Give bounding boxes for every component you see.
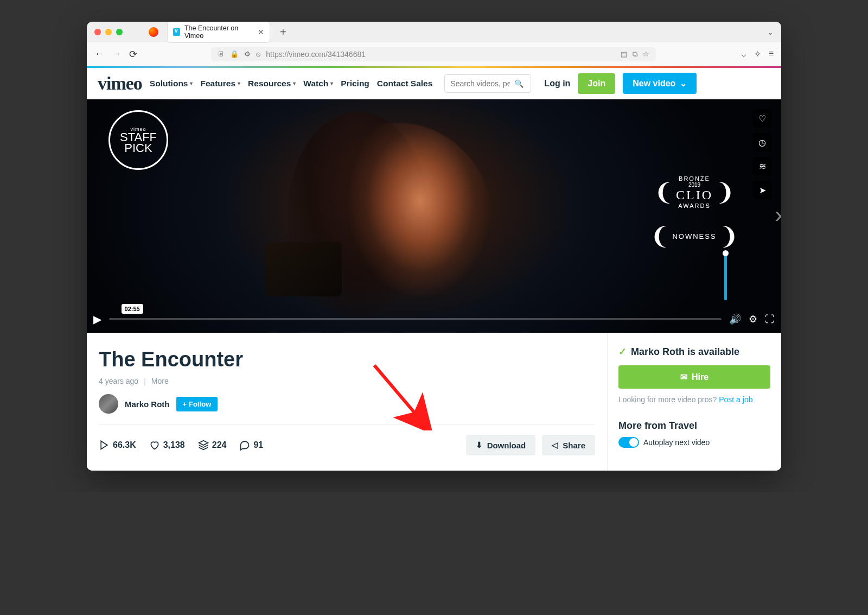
video-age: 4 years ago <box>99 377 138 385</box>
watch-later-button[interactable]: ◷ <box>753 133 771 151</box>
join-button[interactable]: Join <box>578 73 615 94</box>
login-link[interactable]: Log in <box>544 79 570 88</box>
looking-text: Looking for more video pros? Post a job <box>618 395 770 404</box>
nav-features[interactable]: Features▾ <box>200 79 240 88</box>
volume-icon[interactable]: 🔊 <box>729 313 741 325</box>
browser-tab[interactable]: The Encounter on Vimeo ✕ <box>167 22 270 43</box>
new-video-button[interactable]: New video⌄ <box>623 73 697 94</box>
shield-icon: ⛨ <box>218 50 225 58</box>
permissions-icon: ⚙ <box>244 50 251 58</box>
volume-slider[interactable] <box>724 251 727 300</box>
new-tab-button[interactable]: + <box>280 26 286 39</box>
tab-title: The Encounter on Vimeo <box>184 24 253 40</box>
fullscreen-icon[interactable]: ⛶ <box>765 314 775 325</box>
reload-button[interactable]: ⟳ <box>129 48 137 60</box>
sidebar: ✓Marko Roth is available ✉Hire Looking f… <box>608 333 781 471</box>
player-controls: ▶ 02:55 🔊 ⚙ ⛶ <box>87 306 781 333</box>
close-window-button[interactable] <box>94 29 101 35</box>
app-menu-icon[interactable]: ≡ <box>769 49 774 59</box>
vimeo-favicon <box>173 28 180 36</box>
comments-stat[interactable]: 91 <box>239 440 263 451</box>
progress-bar[interactable]: 02:55 <box>109 318 722 320</box>
follow-button[interactable]: +Follow <box>176 397 218 411</box>
pip-icon[interactable]: ⧉ <box>633 50 637 59</box>
reader-mode-icon[interactable]: ▤ <box>621 50 627 58</box>
minimize-window-button[interactable] <box>105 29 112 35</box>
hire-button[interactable]: ✉Hire <box>618 365 770 389</box>
likes-stat[interactable]: 3,138 <box>149 440 185 451</box>
vimeo-logo[interactable]: vimeo <box>98 73 142 94</box>
play-button[interactable]: ▶ <box>93 313 101 326</box>
share-button[interactable]: ➤ <box>753 181 771 199</box>
close-tab-icon[interactable]: ✕ <box>258 28 264 36</box>
more-from-heading: More from Travel <box>618 420 770 432</box>
author-name[interactable]: Marko Roth <box>125 400 170 409</box>
autoplay-toggle[interactable] <box>618 437 639 448</box>
maximize-window-button[interactable] <box>116 29 123 35</box>
share-action-button[interactable]: ◁Share <box>542 435 595 455</box>
nav-solutions[interactable]: Solutions▾ <box>150 79 193 88</box>
settings-gear-icon[interactable]: ⚙ <box>749 313 757 325</box>
video-player[interactable]: vimeo STAFF PICK ❨ BRONZE2019CLIOAWARDS … <box>87 99 781 333</box>
video-info-main: The Encounter 4 years ago | More Marko R… <box>87 333 608 471</box>
extensions-icon[interactable]: ✧ <box>754 49 761 59</box>
video-title: The Encounter <box>99 348 595 371</box>
firefox-icon <box>149 27 158 37</box>
url-text: https://vimeo.com/341346681 <box>266 50 366 59</box>
search-input[interactable] <box>450 79 510 88</box>
collections-stat[interactable]: 224 <box>198 440 227 451</box>
forward-button[interactable]: → <box>112 48 122 60</box>
bookmark-star-icon[interactable]: ☆ <box>643 50 649 58</box>
search-box[interactable]: 🔍 <box>444 74 531 93</box>
browser-toolbar: ← → ⟳ ⛨ 🔒 ⚙ ⦸ https://vimeo.com/34134668… <box>87 42 781 66</box>
staff-pick-badge: vimeo STAFF PICK <box>108 110 168 170</box>
nav-contact-sales[interactable]: Contact Sales <box>377 79 433 88</box>
author-avatar[interactable] <box>99 394 118 414</box>
nav-watch[interactable]: Watch▾ <box>303 79 333 88</box>
award-laurel-clio: ❨ BRONZE2019CLIOAWARDS ❩ <box>651 175 738 209</box>
tracking-blocked-icon: ⦸ <box>256 50 260 59</box>
chevron-down-icon: ⌄ <box>680 78 687 88</box>
duration-tooltip: 02:55 <box>122 304 143 314</box>
download-button[interactable]: ⬇Download <box>466 435 536 455</box>
window-controls <box>94 29 123 35</box>
url-bar[interactable]: ⛨ 🔒 ⚙ ⦸ https://vimeo.com/341346681 ▤ ⧉ … <box>211 47 656 61</box>
download-icon: ⬇ <box>476 440 483 450</box>
nav-pricing[interactable]: Pricing <box>341 79 369 88</box>
back-button[interactable]: ← <box>94 48 104 60</box>
autoplay-label: Autoplay next video <box>643 438 710 447</box>
checkmark-icon: ✓ <box>618 346 627 358</box>
lock-icon: 🔒 <box>230 50 239 58</box>
site-header: vimeo Solutions▾ Features▾ Resources▾ Wa… <box>87 68 781 99</box>
browser-titlebar: The Encounter on Vimeo ✕ + ⌄ <box>87 22 781 42</box>
availability-text: Marko Roth is available <box>631 346 739 358</box>
mail-icon: ✉ <box>680 372 687 382</box>
award-laurel-nowness: ❨NOWNESS❩ <box>651 224 738 248</box>
next-video-button[interactable]: › <box>775 202 781 228</box>
like-button[interactable]: ♡ <box>753 109 771 128</box>
search-icon[interactable]: 🔍 <box>514 79 524 88</box>
tabs-menu-icon[interactable]: ⌄ <box>767 28 774 36</box>
main-nav: Solutions▾ Features▾ Resources▾ Watch▾ P… <box>150 79 433 88</box>
nav-resources[interactable]: Resources▾ <box>248 79 296 88</box>
player-side-actions: ♡ ◷ ≋ ➤ <box>753 109 771 199</box>
below-player-content: The Encounter 4 years ago | More Marko R… <box>87 333 781 471</box>
pocket-icon[interactable]: ⌵ <box>741 49 746 59</box>
send-icon: ◁ <box>552 440 558 450</box>
post-job-link[interactable]: Post a job <box>719 395 752 404</box>
plays-stat: 66.3K <box>99 440 136 451</box>
video-thumbnail-art <box>309 123 494 318</box>
video-player-area: vimeo STAFF PICK ❨ BRONZE2019CLIOAWARDS … <box>87 99 781 333</box>
plus-icon: + <box>183 400 187 408</box>
more-link[interactable]: More <box>151 377 169 385</box>
collections-button[interactable]: ≋ <box>753 157 771 175</box>
